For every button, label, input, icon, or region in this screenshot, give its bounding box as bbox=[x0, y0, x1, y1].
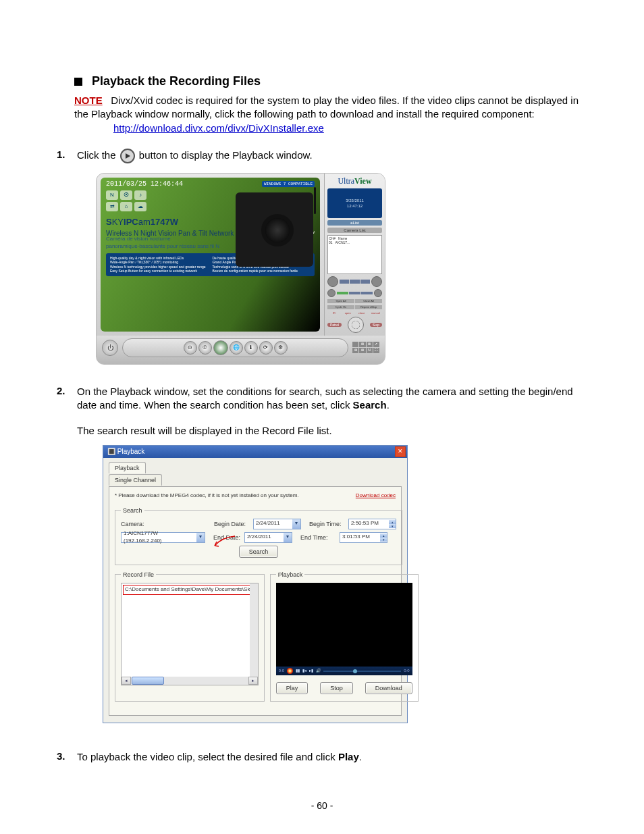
panel-mini-buttons[interactable]: Open AllClose All bbox=[327, 299, 382, 303]
step-3: 3. To playback the video clip, select th… bbox=[57, 750, 590, 764]
close-icon[interactable]: ✕ bbox=[395, 446, 406, 457]
tab-playback[interactable]: Playback bbox=[109, 462, 146, 473]
ultraview-side-panel: UltraView 3/25/2011 12:47:12 eList Camer… bbox=[324, 174, 385, 336]
ultraview-screenshot: 2011/03/25 12:46:44 WINDOWS 7 COMPATIBLE… bbox=[96, 173, 385, 365]
stop-button[interactable]: Stop bbox=[370, 323, 382, 327]
chevron-down-icon: ▾ bbox=[284, 533, 292, 542]
camera-timestamp: 2011/03/25 12:46:44 bbox=[106, 180, 183, 188]
begin-date-label: Begin Date: bbox=[214, 520, 249, 528]
zoom-in-icon[interactable] bbox=[371, 276, 382, 287]
toolbar-icon[interactable]: ℹ bbox=[244, 341, 258, 355]
next-icon[interactable]: ▸▮ bbox=[309, 668, 313, 673]
toolbar-icon[interactable]: ⊙ bbox=[184, 341, 197, 355]
step-3-text: To playback the video clip, select the d… bbox=[77, 751, 338, 762]
patrol-button[interactable]: Patrol bbox=[327, 323, 342, 327]
camera-preview: 2011/03/25 12:46:44 WINDOWS 7 COMPATIBLE… bbox=[101, 178, 320, 332]
download-button[interactable]: Download bbox=[365, 682, 412, 694]
toolbar-icon[interactable]: ⚙ bbox=[274, 341, 288, 355]
search-legend: Search bbox=[121, 506, 144, 515]
tab-single-channel[interactable]: Single Channel bbox=[109, 474, 162, 486]
prev-icon[interactable]: ▮◂ bbox=[302, 668, 306, 673]
codec-message: * Please download the MPEG4 codec, if it… bbox=[115, 492, 299, 500]
search-fieldset: Search Camera: Begin Date: bbox=[115, 506, 402, 565]
horizontal-scrollbar[interactable]: ◂ ▸ bbox=[122, 677, 258, 685]
step-2-sub: The search result will be displayed in t… bbox=[77, 424, 590, 438]
elist-button[interactable]: eList bbox=[327, 220, 382, 226]
pause-icon[interactable]: ▮▮ bbox=[296, 668, 300, 673]
begin-date-picker[interactable]: 2/24/2011▾ bbox=[253, 519, 301, 529]
bottom-toolbar: ⊙ © 🌐 ℹ ⟳ ⚙ bbox=[122, 338, 348, 357]
chevron-down-icon: ▾ bbox=[196, 533, 205, 542]
record-indicator-icon bbox=[287, 668, 293, 674]
record-file-list[interactable]: C:\Documents and Settings\Dave\My Docume… bbox=[121, 583, 259, 685]
bar-time-right: 0:0 bbox=[404, 668, 409, 673]
video-preview bbox=[276, 583, 412, 667]
toolbar-icon[interactable]: 🌐 bbox=[230, 341, 243, 355]
scroll-thumb[interactable] bbox=[132, 677, 164, 685]
speaker-icon[interactable] bbox=[327, 289, 336, 297]
sound-icon[interactable]: 🔊 bbox=[316, 668, 321, 673]
seek-track[interactable] bbox=[323, 671, 401, 672]
playback-fieldset: Playback 0:0 ▮▮ ▮◂ ▸▮ 🔊 bbox=[270, 571, 419, 702]
ptz-wheel-icon[interactable] bbox=[348, 317, 364, 333]
end-date-picker[interactable]: 2/24/2011▾ bbox=[244, 532, 292, 543]
scroll-right-icon[interactable]: ▸ bbox=[248, 677, 258, 685]
volume-control[interactable] bbox=[327, 289, 382, 297]
play-keyword: Play bbox=[338, 751, 359, 762]
step-2-text: On the Playback window, set the conditio… bbox=[77, 386, 573, 411]
play-button[interactable]: Play bbox=[276, 682, 308, 694]
end-date-label: End Date: bbox=[213, 533, 240, 542]
power-icon[interactable]: ⏻ bbox=[102, 340, 118, 356]
mute-icon[interactable] bbox=[374, 289, 382, 297]
search-button[interactable]: Search bbox=[239, 546, 279, 558]
spin-down-icon: ▾ bbox=[380, 538, 387, 542]
stop-button[interactable]: Stop bbox=[320, 682, 353, 694]
begin-time-spinner[interactable]: 2:50:53 PM ▴▾ bbox=[348, 519, 396, 529]
step-number: 3. bbox=[57, 750, 70, 764]
download-codec-link[interactable]: Download codec bbox=[356, 492, 396, 500]
begin-time-label: Begin Time: bbox=[309, 520, 344, 528]
camera-list-button[interactable]: Camera List bbox=[327, 228, 382, 233]
note-text: Divx/Xvid codec is required for the syst… bbox=[74, 95, 579, 120]
camera-select[interactable]: 1:AICN1777W (192.168.2.240)▾ bbox=[121, 532, 205, 543]
playback-button-icon bbox=[120, 149, 135, 163]
camera-device-image bbox=[236, 192, 313, 267]
step-1-text-a: Click the bbox=[77, 149, 119, 161]
windows-compatible-badge: WINDOWS 7 COMPATIBLE bbox=[262, 181, 315, 187]
record-file-legend: Record File bbox=[121, 571, 156, 579]
record-file-fieldset: Record File C:\Documents and Settings\Da… bbox=[115, 571, 265, 702]
end-time-label: End Time: bbox=[300, 533, 336, 542]
vertical-scrollbar[interactable] bbox=[250, 583, 258, 677]
panel-mini-buttons-2[interactable]: Cycle OnRepeat eMap bbox=[327, 305, 382, 309]
bullet-square-icon bbox=[74, 78, 82, 86]
step-1: 1. Click the button to display the Playb… bbox=[57, 149, 590, 163]
play-icon[interactable] bbox=[213, 340, 228, 355]
search-keyword: Search bbox=[353, 399, 387, 411]
chevron-down-icon: ▾ bbox=[292, 519, 300, 529]
step-number: 2. bbox=[57, 385, 70, 723]
zoom-out-icon[interactable] bbox=[327, 276, 338, 287]
camera-label: Camera: bbox=[121, 520, 156, 528]
playback-legend: Playback bbox=[276, 571, 305, 579]
layout-grid-icons[interactable]: ⊞⊞↗ ⊞⊞N⛶ bbox=[352, 342, 379, 353]
note-block: NOTE Divx/Xvid codec is required for the… bbox=[74, 94, 590, 135]
scroll-left-icon[interactable]: ◂ bbox=[122, 677, 131, 685]
io-labels: IOopenclosemanual bbox=[327, 311, 382, 315]
toolbar-icon[interactable]: ⟳ bbox=[259, 341, 273, 355]
codec-download-link[interactable]: http://download.divx.com/divx/DivXInstal… bbox=[113, 122, 324, 134]
record-file-item[interactable]: C:\Documents and Settings\Dave\My Docume… bbox=[123, 585, 257, 595]
ultraview-clock: 3/25/2011 12:47:12 bbox=[327, 188, 382, 218]
ultraview-bottom-bar: ⏻ ⊙ © 🌐 ℹ ⟳ ⚙ ⊞⊞↗ ⊞⊞N⛶ bbox=[97, 336, 385, 364]
heading-text: Playback the Recording Files bbox=[92, 74, 261, 88]
step-1-text-b: button to display the Playback window. bbox=[139, 149, 313, 161]
note-label: NOTE bbox=[74, 95, 103, 106]
bar-time-left: 0:0 bbox=[279, 668, 284, 673]
playback-control-bar[interactable]: 0:0 ▮▮ ▮◂ ▸▮ 🔊 0:0 bbox=[276, 667, 412, 675]
toolbar-icon[interactable]: © bbox=[198, 341, 212, 355]
zoom-control[interactable] bbox=[327, 276, 382, 287]
dialog-title: 🔳 Playback bbox=[107, 447, 144, 457]
camera-list-table[interactable]: CH#Name 01AICN17... bbox=[327, 235, 382, 274]
page-number: - 60 - bbox=[0, 800, 644, 811]
end-time-spinner[interactable]: 3:01:53 PM ▴▾ bbox=[340, 532, 387, 543]
dialog-titlebar: 🔳 Playback ✕ bbox=[103, 446, 407, 458]
